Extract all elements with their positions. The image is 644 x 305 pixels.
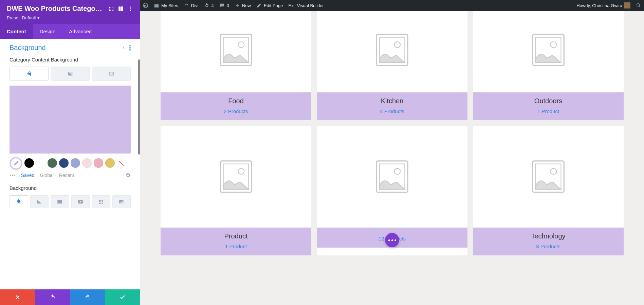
new-link[interactable]: New (232, 0, 254, 11)
placeholder-icon (373, 31, 411, 69)
palette-tab-global[interactable]: Global (40, 173, 53, 178)
swatch-periwinkle[interactable] (71, 158, 80, 168)
category-name: Outdoors (473, 97, 624, 105)
placeholder-icon (530, 158, 567, 195)
exit-vb-label: Exit Visual Builder (288, 3, 324, 8)
bg-gradient-tab[interactable] (51, 67, 90, 81)
category-count[interactable]: 1 Product (473, 108, 624, 114)
svg-point-1 (130, 8, 131, 9)
swatch-none[interactable] (117, 158, 126, 168)
check-icon (119, 294, 126, 300)
svg-point-13 (394, 42, 401, 48)
columns-icon[interactable] (118, 6, 124, 12)
image-icon (108, 71, 114, 77)
swatch-pink[interactable] (94, 158, 103, 168)
comments-count: 0 (227, 3, 229, 8)
edit-page-link[interactable]: Edit Page (254, 0, 286, 11)
category-count[interactable]: 4 Products (317, 108, 467, 114)
exit-vb-link[interactable]: Exit Visual Builder (286, 0, 327, 11)
sidebar-footer (0, 289, 140, 305)
category-name: Technology (473, 232, 624, 240)
my-sites-label: My Sites (161, 3, 178, 8)
bg2-image-tab[interactable] (51, 195, 69, 208)
field-label-background: Background (10, 185, 131, 192)
howdy-link[interactable]: Howdy, Christina Gwira (574, 0, 633, 11)
tab-design[interactable]: Design (33, 24, 62, 39)
category-caption: Product1 Product (161, 228, 311, 255)
kebab-icon[interactable] (129, 45, 131, 51)
image-icon (57, 199, 63, 205)
my-sites-link[interactable]: My Sites (151, 0, 181, 11)
divi-label: Divi (191, 3, 199, 8)
search-button[interactable] (633, 0, 644, 11)
chevron-up-icon[interactable] (121, 46, 126, 50)
category-card[interactable]: Food2 Products (161, 7, 311, 120)
wp-logo[interactable] (140, 0, 151, 11)
eyedropper-button[interactable] (10, 157, 22, 170)
undo-button[interactable] (35, 289, 70, 305)
category-card[interactable]: Outdoors1 Product (473, 7, 624, 120)
edit-page-label: Edit Page (264, 3, 283, 8)
swatch-pinkpale[interactable] (82, 158, 92, 168)
bg2-color-tab[interactable] (10, 195, 28, 208)
kebab-icon[interactable] (127, 6, 133, 12)
redo-button[interactable] (70, 289, 105, 305)
svg-point-25 (551, 168, 557, 175)
search-icon (636, 3, 641, 8)
gear-icon[interactable] (125, 173, 131, 178)
bg-image-tab[interactable] (92, 67, 131, 81)
bg2-mask-tab[interactable] (112, 195, 131, 208)
svg-point-10 (238, 42, 244, 48)
svg-point-22 (394, 168, 401, 175)
category-card[interactable]: Technology3 Products (473, 126, 624, 255)
category-image (317, 7, 467, 92)
section-background-header[interactable]: Background (10, 44, 131, 52)
svg-point-19 (238, 168, 244, 175)
bg-module-tabs (10, 195, 131, 208)
module-actions-button[interactable] (385, 233, 399, 247)
tab-advanced[interactable]: Advanced (62, 24, 98, 39)
svg-point-3 (129, 45, 131, 47)
cancel-button[interactable] (0, 289, 35, 305)
swatch-black[interactable] (24, 158, 34, 168)
field-label-category-bg: Category Content Background (10, 56, 131, 63)
gauge-icon (184, 3, 189, 8)
category-card[interactable]: Product1 Product (161, 126, 311, 255)
bg2-video-tab[interactable] (71, 195, 90, 208)
swatch-green[interactable] (48, 158, 57, 168)
swatch-gold[interactable] (105, 158, 115, 168)
swatch-white[interactable] (36, 158, 45, 168)
bg2-gradient-tab[interactable] (30, 195, 49, 208)
save-button[interactable] (105, 289, 140, 305)
divi-link[interactable]: Divi (181, 0, 201, 11)
tab-content[interactable]: Content (0, 24, 33, 39)
comments-link[interactable]: 0 (217, 0, 232, 11)
video-icon (77, 199, 84, 205)
category-count[interactable]: 3 Products (473, 244, 624, 249)
bg2-pattern-tab[interactable] (92, 195, 110, 208)
preset-selector[interactable]: Preset: Default ▾ (7, 15, 133, 20)
category-image (161, 7, 311, 92)
category-name: Product (161, 232, 311, 240)
sidebar-header: DWE Woo Products Catego… Preset: Default… (0, 0, 140, 24)
svg-point-4 (129, 47, 131, 49)
updates-link[interactable]: 4 (201, 0, 217, 11)
category-caption: Food2 Products (161, 92, 311, 120)
category-card[interactable]: Kitchen4 Products (317, 7, 467, 120)
category-name: Kitchen (317, 97, 467, 105)
category-count[interactable]: 2 Products (161, 108, 311, 114)
palette-tab-saved[interactable]: Saved (21, 173, 35, 178)
bg-color-tab[interactable] (10, 67, 49, 81)
new-label: New (242, 3, 251, 8)
paint-bucket-icon (16, 199, 22, 205)
palette-tab-recent[interactable]: Recent (59, 173, 74, 178)
category-count[interactable]: 1 Product (161, 244, 311, 249)
expand-icon[interactable] (108, 6, 114, 12)
category-image (473, 126, 624, 228)
svg-point-5 (129, 49, 131, 51)
ellipsis-icon[interactable]: ••• (10, 173, 16, 178)
color-preview[interactable] (10, 86, 131, 154)
sidebar-tabs: Content Design Advanced (0, 24, 140, 39)
pencil-icon (256, 3, 262, 8)
swatch-navy[interactable] (59, 158, 69, 168)
